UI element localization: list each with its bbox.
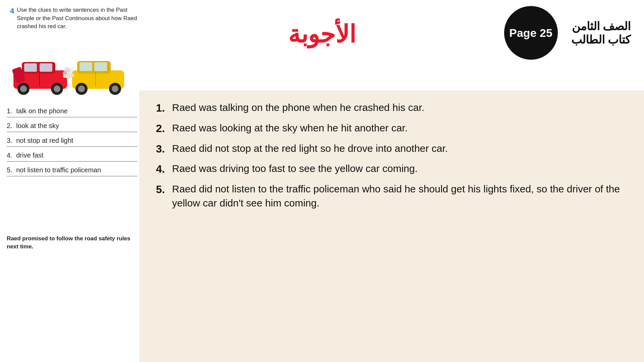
answer-item-5: 5. Raed did not listen to the traffic po… <box>156 182 631 210</box>
svg-point-7 <box>54 85 60 92</box>
answer-item-3: 3. Raed did not stop at the red light so… <box>156 141 631 157</box>
right-panel: 1. Raed was talking on the phone when he… <box>139 90 644 362</box>
svg-rect-2 <box>24 63 37 72</box>
center-title: الأجوبة <box>288 20 356 48</box>
arabic-line1: الصف الثامن <box>571 19 631 33</box>
clue-number-2: 2. <box>7 122 12 129</box>
question-header: 4 Use the clues to write sentences in th… <box>10 6 138 31</box>
arabic-header: Page 25 الصف الثامن كتاب الطالب <box>504 6 631 60</box>
answer-number-2: 2. <box>156 121 172 136</box>
answer-item-2: 2. Raed was looking at the sky when he h… <box>156 121 631 136</box>
page-badge: Page 25 <box>504 6 558 60</box>
clue-text-2: look at the sky <box>16 122 59 129</box>
car-illustration <box>7 44 127 101</box>
answer-number-1: 1. <box>156 101 172 116</box>
svg-point-19 <box>78 85 85 92</box>
clue-number-5: 5. <box>7 166 12 174</box>
question-text: Use the clues to write sentences in the … <box>17 6 138 31</box>
clue-number-3: 3. <box>7 137 12 144</box>
clues-list: 1. talk on the phone 2. look at the sky … <box>7 104 138 178</box>
svg-rect-17 <box>94 62 107 71</box>
svg-point-21 <box>112 85 118 92</box>
page-container: 4 Use the clues to write sentences in th… <box>0 0 644 362</box>
answer-number-5: 5. <box>156 182 172 197</box>
answer-text-2: Raed was looking at the sky when he hit … <box>172 121 408 135</box>
answer-text-1: Raed was talking on the phone when he cr… <box>172 101 424 115</box>
answer-text-5: Raed did not listen to the traffic polic… <box>172 182 631 210</box>
clue-item-4: 4. drive fast <box>7 148 138 162</box>
clue-number-4: 4. <box>7 152 12 159</box>
svg-rect-16 <box>79 62 92 71</box>
clue-item-1: 1. talk on the phone <box>7 104 138 117</box>
clue-item-5: 5. not listen to traffic policeman <box>7 163 138 176</box>
answers-list: 1. Raed was talking on the phone when he… <box>156 101 631 210</box>
svg-point-11 <box>64 67 70 72</box>
answer-text-4: Raed was driving too fast to see the yel… <box>172 162 418 176</box>
question-number: 4 <box>10 7 14 15</box>
clue-number-1: 1. <box>7 107 12 115</box>
clue-text-3: not stop at red light <box>16 137 73 144</box>
answer-item-1: 1. Raed was talking on the phone when he… <box>156 101 631 116</box>
page-label: Page 25 <box>509 26 552 40</box>
footer-note: Raed promised to follow the road safety … <box>7 235 134 251</box>
clue-item-2: 2. look at the sky <box>7 119 138 132</box>
clue-text-4: drive fast <box>16 152 43 159</box>
answer-number-3: 3. <box>156 141 172 157</box>
svg-rect-3 <box>40 63 52 72</box>
arabic-line2: كتاب الطالب <box>571 33 631 46</box>
clue-text-1: talk on the phone <box>16 107 67 115</box>
clue-item-3: 3. not stop at red light <box>7 133 138 147</box>
arabic-title: الصف الثامن كتاب الطالب <box>571 19 631 46</box>
svg-rect-22 <box>69 74 74 77</box>
clue-text-5: not listen to traffic policeman <box>16 166 101 174</box>
answer-number-4: 4. <box>156 162 172 177</box>
svg-point-5 <box>20 85 27 92</box>
answer-item-4: 4. Raed was driving too fast to see the … <box>156 162 631 177</box>
answer-text-3: Raed did not stop at the red light so he… <box>172 141 448 156</box>
